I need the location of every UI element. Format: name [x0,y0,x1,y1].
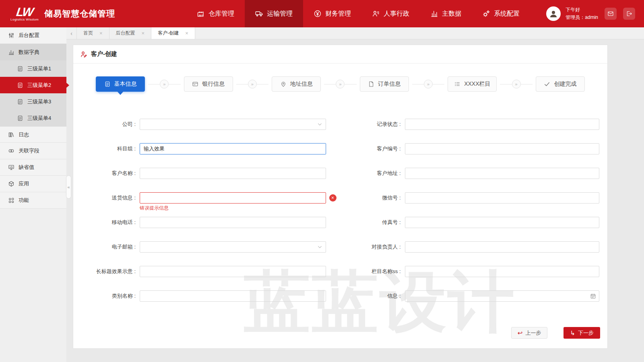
next-step-button[interactable]: ↳ 下一步 [564,327,600,339]
step-connector: » [324,80,357,88]
mail-button[interactable] [605,8,617,20]
sidebar-item-default-values[interactable]: 缺省值 [0,159,66,176]
sidebar-item-functions[interactable]: 功能 [0,192,66,209]
doc-icon [17,66,23,72]
customer-name-input[interactable] [140,168,326,179]
sidebar-item-submenu-1[interactable]: 三级菜单1 [0,60,66,77]
customer-edit-icon [80,51,87,58]
nav-item-warehouse[interactable]: 仓库管理 [186,0,245,27]
link-icon [8,148,14,154]
logout-button[interactable] [623,8,635,20]
step-label: 银行信息 [202,80,225,88]
data-dict-icon [8,49,14,56]
nav-item-master-data[interactable]: 主数据 [420,0,472,27]
long-title-demo-input[interactable] [140,266,326,277]
sidebar-item-label: 三级菜单1 [27,65,51,72]
form-row-company: 公司 : [73,119,341,130]
sidebar-item-label: 三级菜单2 [27,82,51,89]
cube-icon [8,181,14,187]
sidebar-item-label: 功能 [19,197,29,204]
close-icon[interactable]: × [142,30,145,36]
wechat-input[interactable] [405,192,600,204]
company-select[interactable] [140,119,326,130]
step-address-info[interactable]: 地址信息 [272,76,321,92]
step-connector: » [412,80,445,88]
tab-backend-config[interactable]: 后台配置 × [109,27,152,39]
record-status-input[interactable] [405,119,600,130]
step-basic-info[interactable]: 基本信息 [96,76,145,92]
user-greeting: 下午好 [566,6,598,14]
close-icon[interactable]: × [185,30,188,36]
customer-address-input[interactable] [405,168,600,179]
step-bank-info[interactable]: 银行信息 [184,76,233,92]
user-role: 管理员：admin [566,14,598,21]
delivery-info-input[interactable] [140,192,326,204]
top-header: LW Logistics Wisdom 储易智慧仓储管理 仓库管理 运输管理 财… [0,0,644,27]
user-info: 下午好 管理员：admin [566,6,598,21]
logo-mark: LW Logistics Wisdom [10,6,39,21]
field-label: 对接负责人 : [341,243,405,251]
form-row-category-name: 类别名称 : [73,290,341,302]
nav-item-hr[interactable]: 人事行政 [361,0,420,27]
calendar-icon[interactable] [590,293,596,299]
doc-icon [17,99,23,105]
nav-item-label: 运输管理 [267,10,293,18]
category-name-input[interactable] [140,290,326,302]
tab-label: 客户-创建 [158,30,179,37]
content-area: 客户-创建 基本信息 » [66,39,644,362]
avatar[interactable] [546,6,561,21]
sidebar-item-submenu-3[interactable]: 三级菜单3 [0,93,66,110]
field-label: 类别名称 : [73,292,140,300]
field-label: 公司 : [73,121,140,128]
field-label: 记录状态 : [341,121,405,128]
sidebar-item-submenu-4[interactable]: 三级菜单4 [0,110,66,126]
top-navigation: 仓库管理 运输管理 财务管理 人事行政 主数据 [186,0,530,27]
step-wizard: 基本信息 » 银行信息 » [73,64,607,92]
info-date-input[interactable] [405,290,600,302]
sidebar-item-backend-config[interactable]: 后台配置 [0,27,66,44]
form-row-info-date: 信息 : [341,290,608,302]
sidebar-item-logs[interactable]: 日志 [0,126,66,143]
tab-home[interactable]: 首页 × [77,27,109,39]
sidebar-item-applications[interactable]: 应用 [0,176,66,192]
step-connector: » [236,80,269,88]
fax-input[interactable] [405,217,600,228]
nav-item-finance[interactable]: 财务管理 [303,0,361,27]
customer-form: 公司 : 科目组 : [73,92,607,315]
sidebar-item-label: 缺省值 [19,164,34,171]
mail-icon [607,10,614,17]
nav-item-system-config[interactable]: 系统配置 [472,0,530,27]
bank-card-icon [192,81,198,87]
email-select[interactable] [140,241,326,253]
customer-create-card: 客户-创建 基本信息 » [73,45,608,349]
nav-item-label: 仓库管理 [208,10,234,18]
error-message: 错误提示信息 [140,205,169,212]
sidebar-item-data-dictionary[interactable]: 数据字典 [0,44,66,60]
sidebar-collapse-handle[interactable]: « [66,175,71,199]
form-row-customer-address: 客户地址 : [341,168,608,179]
step-order-info[interactable]: 订单信息 [360,76,409,92]
close-icon[interactable]: × [99,30,103,36]
step-create-complete[interactable]: 创建完成 [536,76,585,92]
contact-person-input[interactable] [405,241,600,253]
step-connector: » [148,80,181,88]
mobile-phone-input[interactable] [140,217,326,228]
prev-step-button[interactable]: ↩ 上一步 [511,327,548,339]
sidebar-item-label: 关联字段 [19,147,39,154]
error-circle-icon[interactable]: × [329,194,336,202]
step-label: 基本信息 [114,80,137,88]
sidebar-item-submenu-2[interactable]: 三级菜单2 [0,77,66,93]
customer-number-input[interactable] [405,143,600,154]
arrow-left-hook-icon: ↩ [518,329,523,337]
nav-item-transport[interactable]: 运输管理 [245,0,303,27]
sidebar-item-linked-fields[interactable]: 关联字段 [0,143,66,159]
tab-scroll-left[interactable]: ‹ [66,27,77,39]
tab-bar: ‹ 首页 × 后台配置 × 客户-创建 × [66,27,644,39]
column-name-ss-input[interactable] [405,266,600,277]
subject-group-input[interactable] [140,143,326,154]
monitor-icon [8,164,14,171]
step-xxxx-column[interactable]: XXXX栏目 [448,76,497,92]
doc-icon [104,81,111,87]
step-label: XXXX栏目 [464,80,490,88]
tab-customer-create[interactable]: 客户-创建 × [151,27,195,39]
